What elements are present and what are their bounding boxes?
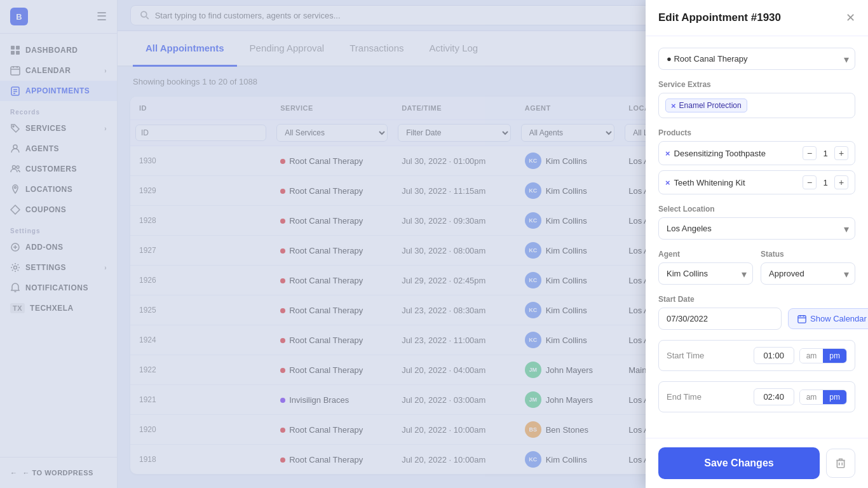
qty-increase-toothpaste[interactable]: + (834, 146, 848, 160)
end-time-pm-button[interactable]: pm (823, 390, 846, 404)
calendar-small-icon (797, 315, 806, 323)
show-calendar-label: Show Calendar (810, 314, 867, 323)
start-time-am-button[interactable]: am (800, 349, 824, 363)
product-item-toothpaste: × Desensitizing Toothpaste − 1 + (658, 141, 855, 165)
end-time-am-button[interactable]: am (800, 390, 824, 404)
start-date-label: Start Date (658, 295, 855, 304)
end-time-input[interactable] (754, 388, 794, 405)
status-label: Status (761, 250, 855, 259)
show-calendar-button[interactable]: Show Calendar (788, 308, 868, 329)
date-row: Show Calendar (658, 308, 855, 330)
whitening-name: Teeth Whitening Kit (674, 178, 799, 187)
qty-increase-whitening[interactable]: + (834, 175, 848, 189)
qty-val-whitening: 1 (820, 178, 831, 187)
save-changes-button[interactable]: Save Changes (658, 447, 820, 479)
start-time-ampm: am pm (799, 348, 847, 363)
qty-decrease-toothpaste[interactable]: − (803, 146, 817, 160)
service-extras-field: Service Extras × Enamel Protection (658, 80, 855, 118)
end-time-field: End Time am pm (658, 381, 855, 412)
start-date-field: Start Date Show Calendar (658, 295, 855, 330)
location-select[interactable]: Los Angeles (658, 217, 855, 240)
svg-rect-25 (798, 315, 806, 322)
svg-rect-29 (837, 461, 844, 468)
service-select[interactable]: ● Root Canal Therapy (658, 48, 855, 70)
start-date-input[interactable] (658, 308, 782, 330)
remove-whitening-icon[interactable]: × (665, 178, 670, 187)
products-list: × Desensitizing Toothpaste − 1 + × Teeth… (658, 141, 855, 194)
qty-control-toothpaste: − 1 + (803, 146, 848, 160)
products-field: Products × Desensitizing Toothpaste − 1 … (658, 128, 855, 194)
enamel-protection-label: Enamel Protection (679, 101, 742, 110)
start-time-row: Start Time am pm (658, 340, 855, 371)
trash-icon (835, 458, 846, 469)
remove-enamel-tag[interactable]: × (671, 102, 676, 110)
qty-val-toothpaste: 1 (820, 149, 831, 158)
location-field: Select Location Los Angeles (658, 205, 855, 240)
modal-header: Edit Appointment #1930 ✕ (646, 0, 868, 36)
start-time-pm-button[interactable]: pm (823, 349, 846, 363)
start-time-label: Start Time (667, 351, 749, 360)
start-time-input[interactable] (754, 347, 794, 364)
end-time-row: End Time am pm (658, 381, 855, 412)
tag-enamel-protection: × Enamel Protection (665, 98, 747, 112)
status-field: Status Approved (761, 250, 855, 285)
products-label: Products (658, 128, 855, 137)
end-time-label: End Time (667, 392, 749, 402)
service-field: ● Root Canal Therapy (658, 48, 855, 70)
end-time-ampm: am pm (799, 390, 847, 405)
close-icon[interactable]: ✕ (846, 12, 855, 24)
agent-status-row: Agent Kim Collins Status Approved (658, 250, 855, 285)
delete-button[interactable] (826, 449, 855, 478)
modal-body: ● Root Canal Therapy Service Extras × En… (646, 36, 868, 438)
status-select[interactable]: Approved (761, 262, 855, 285)
modal-title: Edit Appointment #1930 (658, 11, 781, 24)
toothpaste-name: Desensitizing Toothpaste (674, 149, 799, 158)
service-extras-label: Service Extras (658, 80, 855, 89)
agent-label: Agent (658, 250, 753, 259)
modal-footer: Save Changes (646, 438, 868, 488)
location-label: Select Location (658, 205, 855, 214)
edit-appointment-modal: Edit Appointment #1930 ✕ ● Root Canal Th… (646, 0, 868, 488)
start-time-field: Start Time am pm (658, 340, 855, 371)
qty-control-whitening: − 1 + (803, 175, 848, 189)
remove-toothpaste-icon[interactable]: × (665, 149, 670, 158)
product-item-whitening: × Teeth Whitening Kit − 1 + (658, 170, 855, 194)
agent-select[interactable]: Kim Collins (658, 262, 753, 285)
service-extras-tags: × Enamel Protection (658, 93, 855, 118)
agent-field: Agent Kim Collins (658, 250, 753, 285)
qty-decrease-whitening[interactable]: − (803, 175, 817, 189)
